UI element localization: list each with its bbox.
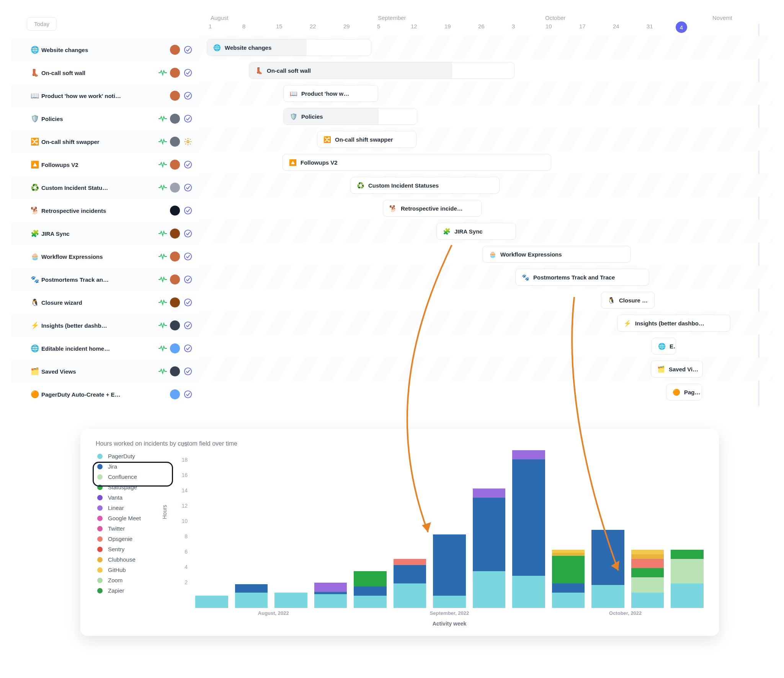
task-row[interactable]: ⚡Insights (better dashb… bbox=[11, 314, 199, 337]
bar-segment bbox=[552, 593, 585, 608]
gantt-bar[interactable]: 🌐E… bbox=[652, 338, 676, 355]
task-row[interactable]: 🔀On-call shift swapper bbox=[11, 130, 199, 153]
gantt-bar[interactable]: 🐾Postmortems Track and Trace bbox=[515, 269, 649, 286]
task-row[interactable]: 🔼Followups V2 bbox=[11, 153, 199, 176]
bar-column[interactable] bbox=[195, 596, 228, 608]
today-badge[interactable]: 4 bbox=[676, 21, 687, 33]
legend-item[interactable]: Confluence bbox=[96, 472, 165, 482]
task-row[interactable]: 🟠PagerDuty Auto-Create + E… bbox=[11, 383, 199, 406]
day-label: 24 bbox=[613, 23, 647, 38]
task-sidebar: Today 🌐Website changes👢On-call soft wall… bbox=[11, 11, 199, 406]
gantt-bar[interactable]: 🐕Retrospective incide… bbox=[383, 200, 482, 217]
bar-column[interactable] bbox=[552, 550, 585, 608]
gantt-bar[interactable]: 🔼Followups V2 bbox=[283, 154, 551, 171]
gantt-row: 🧁Workflow Expressions bbox=[199, 243, 773, 266]
legend-item[interactable]: Twitter bbox=[96, 523, 165, 534]
bar-segment bbox=[631, 559, 664, 568]
legend-label: Confluence bbox=[108, 474, 137, 480]
task-row[interactable]: 🐾Postmortems Track an… bbox=[11, 268, 199, 291]
gantt-bar[interactable]: ♻️Custom Incident Statuses bbox=[350, 177, 500, 194]
chart-card: Hours worked on incidents by custom fiel… bbox=[80, 429, 719, 636]
legend-label: Jira bbox=[108, 463, 117, 470]
task-row[interactable]: ♻️Custom Incident Statu… bbox=[11, 176, 199, 199]
today-button[interactable]: Today bbox=[27, 17, 57, 31]
task-row[interactable]: 🛡️Policies bbox=[11, 107, 199, 130]
bar-segment bbox=[235, 593, 268, 608]
legend-item[interactable]: Zoom bbox=[96, 575, 165, 585]
gantt-bar[interactable]: 🌐Website changes bbox=[207, 39, 371, 56]
legend-item[interactable]: Jira bbox=[96, 461, 165, 472]
bar-column[interactable] bbox=[235, 584, 268, 608]
avatar bbox=[170, 320, 180, 330]
task-row[interactable]: 📖Product 'how we work' noti… bbox=[11, 84, 199, 107]
bar-column[interactable] bbox=[631, 550, 664, 608]
gantt-bar[interactable]: 🧁Workflow Expressions bbox=[482, 246, 631, 263]
svg-point-10 bbox=[185, 276, 191, 283]
task-row[interactable]: 🐧Closure wizard bbox=[11, 291, 199, 314]
bar-segment bbox=[354, 571, 387, 587]
bar-column[interactable] bbox=[394, 559, 426, 608]
gantt-bar[interactable]: 📖Product 'how w… bbox=[283, 85, 378, 102]
legend-item[interactable]: Sentry bbox=[96, 544, 165, 554]
gantt-bar[interactable]: 🔀On-call shift swapper bbox=[317, 131, 416, 148]
task-row[interactable]: 🗂️Saved Views bbox=[11, 360, 199, 383]
task-row[interactable]: 🧩JIRA Sync bbox=[11, 222, 199, 245]
task-icon: ⚡ bbox=[31, 321, 41, 330]
bar-column[interactable] bbox=[354, 571, 387, 608]
bar-segment bbox=[473, 488, 506, 498]
bar-segment bbox=[512, 576, 545, 608]
gantt-row: 🗂️Saved Vi… bbox=[199, 358, 773, 381]
task-row[interactable]: 🌐Website changes bbox=[11, 38, 199, 61]
legend-item[interactable]: Clubhouse bbox=[96, 554, 165, 565]
bar-column[interactable] bbox=[671, 550, 704, 608]
task-label: Website changes bbox=[41, 47, 158, 53]
x-axis: August, 2022September, 2022October, 2022 bbox=[195, 610, 704, 616]
bar-column[interactable] bbox=[512, 450, 545, 608]
legend-item[interactable]: Statuspage bbox=[96, 482, 165, 492]
bar-segment bbox=[631, 568, 664, 577]
gantt-row: 🟠Pag… bbox=[199, 381, 773, 404]
svg-point-4 bbox=[187, 141, 189, 143]
legend-item[interactable]: Opsgenie bbox=[96, 534, 165, 544]
gantt-row: ♻️Custom Incident Statuses bbox=[199, 174, 773, 197]
svg-point-1 bbox=[185, 69, 191, 76]
task-row[interactable]: 🌐Editable incident home… bbox=[11, 337, 199, 360]
legend-item[interactable]: Zapier bbox=[96, 585, 165, 596]
gantt-row: 🌐E… bbox=[199, 335, 773, 358]
gantt-bar[interactable]: 🗂️Saved Vi… bbox=[651, 361, 703, 377]
legend-item[interactable]: PagerDuty bbox=[96, 451, 165, 461]
bar-column[interactable] bbox=[433, 534, 466, 608]
legend-item[interactable]: Vanta bbox=[96, 492, 165, 503]
bar-column[interactable] bbox=[274, 593, 307, 608]
gantt-bar[interactable]: 🟠Pag… bbox=[666, 384, 702, 400]
gantt-bar[interactable]: 🧩JIRA Sync bbox=[436, 223, 516, 240]
y-tick: 10 bbox=[168, 518, 188, 524]
y-tick: 20 bbox=[168, 441, 188, 448]
legend-item[interactable]: Google Meet bbox=[96, 513, 165, 523]
bar-column[interactable] bbox=[314, 583, 347, 608]
task-row[interactable]: 🐕Retrospective incidents bbox=[11, 199, 199, 222]
legend-swatch bbox=[97, 495, 103, 500]
gantt-bar[interactable]: 👢On-call soft wall bbox=[249, 62, 514, 79]
legend-item[interactable]: GitHub bbox=[96, 565, 165, 575]
svg-point-9 bbox=[185, 253, 191, 260]
task-row[interactable]: 👢On-call soft wall bbox=[11, 61, 199, 84]
day-label: 26 bbox=[478, 23, 512, 38]
svg-point-11 bbox=[185, 299, 191, 306]
bar-column[interactable] bbox=[591, 530, 624, 608]
task-icon: 🛡️ bbox=[31, 114, 41, 123]
timeline[interactable]: AugustSeptemberOctoberNovemt 18152229512… bbox=[199, 11, 773, 406]
task-icon: 🧁 bbox=[31, 252, 41, 261]
svg-point-15 bbox=[185, 391, 191, 398]
legend-label: Zoom bbox=[108, 577, 122, 583]
gantt-bar[interactable]: 🛡️Policies bbox=[283, 108, 417, 125]
bar-segment bbox=[473, 571, 506, 608]
task-row[interactable]: 🧁Workflow Expressions bbox=[11, 245, 199, 268]
bar-column[interactable] bbox=[473, 488, 506, 608]
bar-segment bbox=[552, 553, 585, 556]
bar-segment bbox=[512, 459, 545, 576]
gantt-bar[interactable]: ⚡Insights (better dashbo… bbox=[617, 315, 730, 332]
legend-item[interactable]: Linear bbox=[96, 503, 165, 513]
day-header: 1815222951219263101724314 bbox=[199, 23, 773, 38]
gantt-bar[interactable]: 🐧Closure … bbox=[601, 292, 655, 309]
